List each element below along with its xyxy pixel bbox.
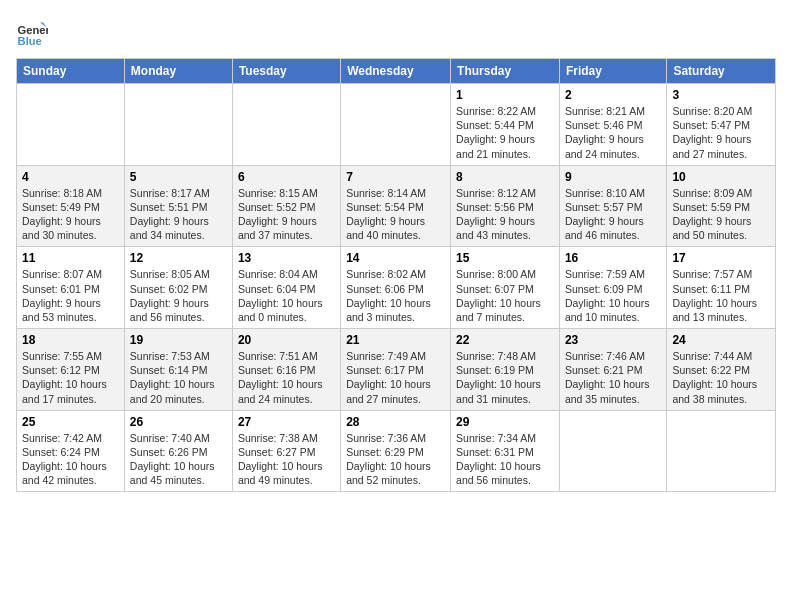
day-number: 6 <box>238 170 335 184</box>
day-info: Sunrise: 8:10 AM Sunset: 5:57 PM Dayligh… <box>565 186 661 243</box>
day-number: 24 <box>672 333 770 347</box>
calendar-cell: 20Sunrise: 7:51 AM Sunset: 6:16 PM Dayli… <box>232 329 340 411</box>
calendar-cell: 26Sunrise: 7:40 AM Sunset: 6:26 PM Dayli… <box>124 410 232 492</box>
calendar-header-row: SundayMondayTuesdayWednesdayThursdayFrid… <box>17 59 776 84</box>
calendar-cell: 7Sunrise: 8:14 AM Sunset: 5:54 PM Daylig… <box>341 165 451 247</box>
day-info: Sunrise: 8:00 AM Sunset: 6:07 PM Dayligh… <box>456 267 554 324</box>
day-info: Sunrise: 8:12 AM Sunset: 5:56 PM Dayligh… <box>456 186 554 243</box>
calendar-cell: 6Sunrise: 8:15 AM Sunset: 5:52 PM Daylig… <box>232 165 340 247</box>
day-info: Sunrise: 7:46 AM Sunset: 6:21 PM Dayligh… <box>565 349 661 406</box>
day-info: Sunrise: 7:59 AM Sunset: 6:09 PM Dayligh… <box>565 267 661 324</box>
calendar-cell: 22Sunrise: 7:48 AM Sunset: 6:19 PM Dayli… <box>451 329 560 411</box>
day-info: Sunrise: 7:44 AM Sunset: 6:22 PM Dayligh… <box>672 349 770 406</box>
day-number: 11 <box>22 251 119 265</box>
day-number: 12 <box>130 251 227 265</box>
day-info: Sunrise: 8:04 AM Sunset: 6:04 PM Dayligh… <box>238 267 335 324</box>
calendar-cell: 24Sunrise: 7:44 AM Sunset: 6:22 PM Dayli… <box>667 329 776 411</box>
calendar-cell <box>124 84 232 166</box>
calendar-cell <box>667 410 776 492</box>
calendar-cell: 13Sunrise: 8:04 AM Sunset: 6:04 PM Dayli… <box>232 247 340 329</box>
calendar-cell: 27Sunrise: 7:38 AM Sunset: 6:27 PM Dayli… <box>232 410 340 492</box>
day-info: Sunrise: 7:48 AM Sunset: 6:19 PM Dayligh… <box>456 349 554 406</box>
week-row-1: 4Sunrise: 8:18 AM Sunset: 5:49 PM Daylig… <box>17 165 776 247</box>
calendar-cell: 2Sunrise: 8:21 AM Sunset: 5:46 PM Daylig… <box>559 84 666 166</box>
calendar-cell: 19Sunrise: 7:53 AM Sunset: 6:14 PM Dayli… <box>124 329 232 411</box>
day-header-wednesday: Wednesday <box>341 59 451 84</box>
day-info: Sunrise: 8:07 AM Sunset: 6:01 PM Dayligh… <box>22 267 119 324</box>
day-info: Sunrise: 8:17 AM Sunset: 5:51 PM Dayligh… <box>130 186 227 243</box>
day-number: 14 <box>346 251 445 265</box>
day-number: 16 <box>565 251 661 265</box>
day-info: Sunrise: 7:51 AM Sunset: 6:16 PM Dayligh… <box>238 349 335 406</box>
calendar-cell <box>17 84 125 166</box>
day-info: Sunrise: 8:09 AM Sunset: 5:59 PM Dayligh… <box>672 186 770 243</box>
day-info: Sunrise: 8:22 AM Sunset: 5:44 PM Dayligh… <box>456 104 554 161</box>
day-header-sunday: Sunday <box>17 59 125 84</box>
calendar-cell: 16Sunrise: 7:59 AM Sunset: 6:09 PM Dayli… <box>559 247 666 329</box>
calendar-cell: 29Sunrise: 7:34 AM Sunset: 6:31 PM Dayli… <box>451 410 560 492</box>
calendar-cell: 9Sunrise: 8:10 AM Sunset: 5:57 PM Daylig… <box>559 165 666 247</box>
day-header-thursday: Thursday <box>451 59 560 84</box>
day-number: 22 <box>456 333 554 347</box>
day-number: 13 <box>238 251 335 265</box>
week-row-0: 1Sunrise: 8:22 AM Sunset: 5:44 PM Daylig… <box>17 84 776 166</box>
day-info: Sunrise: 8:20 AM Sunset: 5:47 PM Dayligh… <box>672 104 770 161</box>
day-number: 4 <box>22 170 119 184</box>
calendar-cell: 23Sunrise: 7:46 AM Sunset: 6:21 PM Dayli… <box>559 329 666 411</box>
day-info: Sunrise: 8:05 AM Sunset: 6:02 PM Dayligh… <box>130 267 227 324</box>
calendar-cell: 11Sunrise: 8:07 AM Sunset: 6:01 PM Dayli… <box>17 247 125 329</box>
day-info: Sunrise: 8:14 AM Sunset: 5:54 PM Dayligh… <box>346 186 445 243</box>
week-row-3: 18Sunrise: 7:55 AM Sunset: 6:12 PM Dayli… <box>17 329 776 411</box>
calendar-cell: 8Sunrise: 8:12 AM Sunset: 5:56 PM Daylig… <box>451 165 560 247</box>
day-number: 19 <box>130 333 227 347</box>
day-info: Sunrise: 7:57 AM Sunset: 6:11 PM Dayligh… <box>672 267 770 324</box>
day-number: 29 <box>456 415 554 429</box>
day-header-friday: Friday <box>559 59 666 84</box>
day-number: 28 <box>346 415 445 429</box>
week-row-2: 11Sunrise: 8:07 AM Sunset: 6:01 PM Dayli… <box>17 247 776 329</box>
calendar-cell <box>559 410 666 492</box>
week-row-4: 25Sunrise: 7:42 AM Sunset: 6:24 PM Dayli… <box>17 410 776 492</box>
day-number: 1 <box>456 88 554 102</box>
day-info: Sunrise: 8:15 AM Sunset: 5:52 PM Dayligh… <box>238 186 335 243</box>
day-header-saturday: Saturday <box>667 59 776 84</box>
day-info: Sunrise: 7:49 AM Sunset: 6:17 PM Dayligh… <box>346 349 445 406</box>
svg-text:Blue: Blue <box>18 35 42 47</box>
day-number: 25 <box>22 415 119 429</box>
logo-icon: General Blue <box>16 16 48 48</box>
day-info: Sunrise: 8:18 AM Sunset: 5:49 PM Dayligh… <box>22 186 119 243</box>
day-info: Sunrise: 7:42 AM Sunset: 6:24 PM Dayligh… <box>22 431 119 488</box>
calendar-cell: 21Sunrise: 7:49 AM Sunset: 6:17 PM Dayli… <box>341 329 451 411</box>
day-number: 27 <box>238 415 335 429</box>
day-number: 26 <box>130 415 227 429</box>
calendar-cell: 17Sunrise: 7:57 AM Sunset: 6:11 PM Dayli… <box>667 247 776 329</box>
day-info: Sunrise: 7:34 AM Sunset: 6:31 PM Dayligh… <box>456 431 554 488</box>
day-info: Sunrise: 7:38 AM Sunset: 6:27 PM Dayligh… <box>238 431 335 488</box>
page-header: General Blue <box>16 16 776 48</box>
logo: General Blue <box>16 16 52 48</box>
svg-text:General: General <box>18 24 48 36</box>
calendar-table: SundayMondayTuesdayWednesdayThursdayFrid… <box>16 58 776 492</box>
day-number: 17 <box>672 251 770 265</box>
calendar-cell: 28Sunrise: 7:36 AM Sunset: 6:29 PM Dayli… <box>341 410 451 492</box>
calendar-cell: 15Sunrise: 8:00 AM Sunset: 6:07 PM Dayli… <box>451 247 560 329</box>
calendar-cell: 10Sunrise: 8:09 AM Sunset: 5:59 PM Dayli… <box>667 165 776 247</box>
calendar-cell: 5Sunrise: 8:17 AM Sunset: 5:51 PM Daylig… <box>124 165 232 247</box>
calendar-cell: 18Sunrise: 7:55 AM Sunset: 6:12 PM Dayli… <box>17 329 125 411</box>
day-header-tuesday: Tuesday <box>232 59 340 84</box>
day-number: 21 <box>346 333 445 347</box>
day-info: Sunrise: 8:02 AM Sunset: 6:06 PM Dayligh… <box>346 267 445 324</box>
calendar-cell: 12Sunrise: 8:05 AM Sunset: 6:02 PM Dayli… <box>124 247 232 329</box>
day-number: 5 <box>130 170 227 184</box>
day-info: Sunrise: 7:40 AM Sunset: 6:26 PM Dayligh… <box>130 431 227 488</box>
calendar-cell: 25Sunrise: 7:42 AM Sunset: 6:24 PM Dayli… <box>17 410 125 492</box>
day-number: 18 <box>22 333 119 347</box>
day-number: 9 <box>565 170 661 184</box>
calendar-cell <box>232 84 340 166</box>
calendar-cell: 14Sunrise: 8:02 AM Sunset: 6:06 PM Dayli… <box>341 247 451 329</box>
day-number: 23 <box>565 333 661 347</box>
day-number: 3 <box>672 88 770 102</box>
day-number: 2 <box>565 88 661 102</box>
day-number: 7 <box>346 170 445 184</box>
day-info: Sunrise: 7:53 AM Sunset: 6:14 PM Dayligh… <box>130 349 227 406</box>
